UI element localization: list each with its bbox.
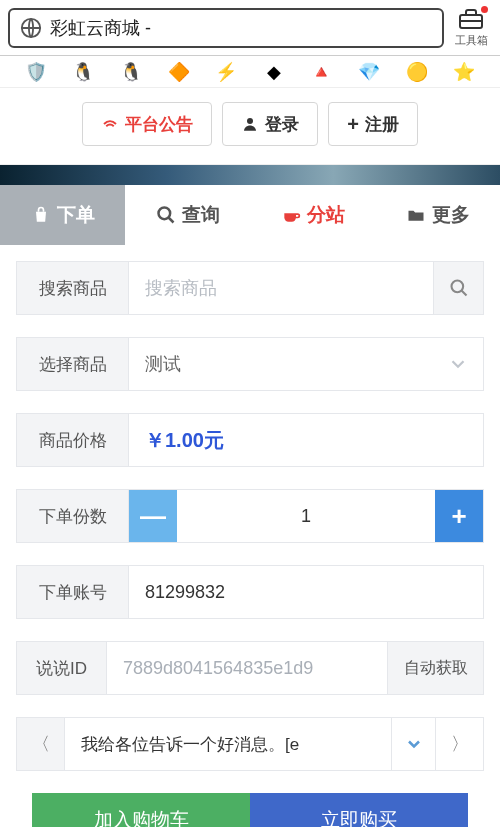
- talkid-label: 说说ID: [17, 642, 107, 694]
- message-row: 〈 我给各位告诉一个好消息。[e 〉: [16, 717, 484, 771]
- tabs: 下单 查询 分站 更多: [0, 185, 500, 245]
- qty-label: 下单份数: [17, 490, 129, 542]
- toolbox-button[interactable]: 工具箱: [450, 7, 492, 48]
- search-label: 搜索商品: [17, 262, 129, 314]
- toolbox-label: 工具箱: [450, 33, 492, 48]
- select-value: 测试: [145, 352, 181, 376]
- qty-field[interactable]: [177, 490, 435, 542]
- select-product-row[interactable]: 选择商品 测试: [16, 337, 484, 391]
- chevron-down-icon: [447, 353, 469, 375]
- notification-dot: [481, 6, 488, 13]
- price-row: 商品价格 ￥1.00元: [16, 413, 484, 467]
- url-box[interactable]: 彩虹云商城 -: [8, 8, 444, 48]
- search-row: 搜索商品: [16, 261, 484, 315]
- login-button[interactable]: 登录: [222, 102, 318, 146]
- talkid-row: 说说ID 自动获取: [16, 641, 484, 695]
- announce-label: 平台公告: [125, 113, 193, 136]
- buy-now-button[interactable]: 立即购买: [250, 793, 468, 827]
- plus-icon: +: [347, 113, 359, 136]
- tab-more[interactable]: 更多: [375, 185, 500, 245]
- qty-plus-button[interactable]: +: [435, 490, 483, 542]
- url-text: 彩虹云商城 -: [50, 16, 151, 40]
- msg-next-button[interactable]: 〉: [435, 718, 483, 770]
- tab-more-label: 更多: [432, 202, 470, 228]
- register-label: 注册: [365, 113, 399, 136]
- tab-order-label: 下单: [57, 202, 95, 228]
- coffee-icon: [281, 205, 301, 225]
- search-input[interactable]: [145, 278, 417, 299]
- search-button[interactable]: [433, 262, 483, 314]
- msg-prev-button[interactable]: 〈: [17, 718, 65, 770]
- mini-icon-s[interactable]: 🔺: [307, 62, 335, 82]
- mini-icon-super[interactable]: 🔶: [165, 62, 193, 82]
- price-field: ￥1.00元: [129, 414, 483, 466]
- tab-branch-label: 分站: [307, 202, 345, 228]
- tab-order[interactable]: 下单: [0, 185, 125, 245]
- announce-button[interactable]: 平台公告: [82, 102, 212, 146]
- wifi-icon: [101, 115, 119, 133]
- msg-field[interactable]: 我给各位告诉一个好消息。[e: [65, 718, 391, 770]
- globe-icon: [20, 17, 42, 39]
- mini-icon-qq-a[interactable]: 🐧: [69, 62, 97, 82]
- svg-point-2: [247, 118, 253, 124]
- mini-icon-diamond[interactable]: ◆: [260, 62, 288, 82]
- talkid-input[interactable]: [123, 658, 371, 679]
- auto-fetch-button[interactable]: 自动获取: [387, 642, 483, 694]
- talkid-field[interactable]: [107, 642, 387, 694]
- svg-point-3: [158, 208, 170, 220]
- register-button[interactable]: + 注册: [328, 102, 418, 146]
- select-field[interactable]: 测试: [129, 338, 483, 390]
- svg-point-4: [451, 281, 463, 293]
- mini-icon-bolt[interactable]: ⚡: [212, 62, 240, 82]
- quantity-row: 下单份数 — +: [16, 489, 484, 543]
- bag-icon: [31, 205, 51, 225]
- account-input[interactable]: [145, 582, 467, 603]
- user-icon: [241, 115, 259, 133]
- action-buttons: 加入购物车 立即购买: [32, 793, 468, 827]
- search-field[interactable]: [129, 262, 433, 314]
- mini-icon-qq-b[interactable]: 🐧: [117, 62, 145, 82]
- price-label: 商品价格: [17, 414, 129, 466]
- qty-minus-button[interactable]: —: [129, 490, 177, 542]
- banner-strip: [0, 165, 500, 185]
- select-label: 选择商品: [17, 338, 129, 390]
- folder-icon: [406, 205, 426, 225]
- login-label: 登录: [265, 113, 299, 136]
- tab-branch[interactable]: 分站: [250, 185, 375, 245]
- price-value: ￥1.00元: [145, 427, 224, 454]
- account-label: 下单账号: [17, 566, 129, 618]
- browser-bar: 彩虹云商城 - 工具箱: [0, 0, 500, 56]
- mini-icon-gem[interactable]: 💎: [355, 62, 383, 82]
- tab-query-label: 查询: [182, 202, 220, 228]
- order-form: 搜索商品 选择商品 测试 商品价格 ￥1.00元 下单份数 — + 下单账号: [0, 245, 500, 827]
- account-field[interactable]: [129, 566, 483, 618]
- qty-input[interactable]: [193, 506, 419, 527]
- toolbox-icon: [457, 7, 485, 31]
- shortcut-icon-row: 🛡️ 🐧 🐧 🔶 ⚡ ◆ 🔺 💎 🟡 ⭐: [0, 56, 500, 88]
- tab-query[interactable]: 查询: [125, 185, 250, 245]
- mini-icon-star[interactable]: ⭐: [450, 62, 478, 82]
- mini-icon-shield[interactable]: 🛡️: [22, 62, 50, 82]
- mini-icon-coin[interactable]: 🟡: [403, 62, 431, 82]
- account-row: 下单账号: [16, 565, 484, 619]
- add-to-cart-button[interactable]: 加入购物车: [32, 793, 250, 827]
- msg-value: 我给各位告诉一个好消息。[e: [81, 733, 299, 756]
- search-icon: [156, 205, 176, 225]
- top-nav: 平台公告 登录 + 注册: [0, 88, 500, 165]
- msg-dropdown-button[interactable]: [391, 718, 435, 770]
